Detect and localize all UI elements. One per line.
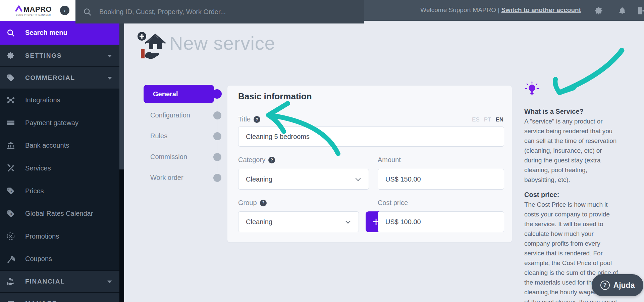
step-configuration[interactable]: Configuration bbox=[150, 111, 207, 119]
title-label: Title ? bbox=[238, 115, 260, 123]
logout-icon bbox=[636, 6, 644, 15]
sidebar-item-label: Integrations bbox=[25, 96, 60, 104]
settings-button[interactable] bbox=[594, 5, 604, 16]
app-root: MAPRO DEMO PROPERTY MANAGER ‹ Welcome Su… bbox=[0, 0, 644, 302]
help-question-icon[interactable]: ? bbox=[254, 116, 260, 123]
step-commission[interactable]: Commission bbox=[150, 153, 207, 161]
sidebar-item-prices[interactable]: $ Prices bbox=[0, 180, 119, 202]
logo-tagline: DEMO PROPERTY MANAGER bbox=[16, 14, 51, 16]
group-label-text: Group bbox=[238, 199, 257, 207]
svg-text:$: $ bbox=[10, 213, 12, 216]
logo-caret-icon bbox=[15, 5, 22, 13]
question-circle-icon: ? bbox=[600, 281, 610, 290]
sidebar-item-label: Promotions bbox=[25, 233, 59, 240]
lang-pt[interactable]: PT bbox=[484, 116, 491, 123]
sidebar-item-label: Search menu bbox=[25, 29, 67, 37]
step-dot[interactable] bbox=[213, 111, 221, 119]
group-value: Cleaning bbox=[246, 218, 272, 226]
sidebar-section-label: SETTINGS bbox=[25, 52, 62, 59]
chevron-left-icon: ‹ bbox=[64, 8, 66, 13]
sidebar-item-search-menu[interactable]: Search menu bbox=[0, 21, 119, 45]
sidebar-collapse-button[interactable]: ‹ bbox=[60, 6, 69, 15]
gear-icon bbox=[595, 6, 603, 15]
amount-input[interactable]: US$ 150.00 bbox=[378, 169, 504, 190]
sidebar-section-label: FINANCIAL bbox=[25, 278, 65, 285]
notifications-button[interactable] bbox=[617, 5, 628, 16]
sidebar-item-services[interactable]: Services bbox=[0, 157, 119, 180]
category-select[interactable]: Cleaning bbox=[238, 169, 369, 190]
manage-icon bbox=[4, 299, 17, 302]
logo: MAPRO DEMO PROPERTY MANAGER bbox=[15, 5, 52, 16]
search-icon bbox=[83, 7, 92, 16]
lang-en[interactable]: EN bbox=[495, 116, 503, 123]
sidebar-item-global-rates-calendar[interactable]: $ Global Rates Calendar bbox=[0, 202, 119, 225]
sidebar-item-payment-gateway[interactable]: Payment gateway bbox=[0, 112, 119, 135]
step-work-order[interactable]: Work order bbox=[150, 174, 207, 182]
network-icon bbox=[4, 96, 17, 105]
global-search-input[interactable] bbox=[92, 0, 364, 23]
step-dot[interactable] bbox=[213, 132, 221, 140]
sidebar-item-integrations[interactable]: Integrations bbox=[0, 89, 119, 112]
title-label-text: Title bbox=[238, 115, 251, 123]
credit-card-icon bbox=[4, 118, 17, 127]
new-service-icon bbox=[137, 32, 169, 63]
sidebar-item-label: Services bbox=[25, 164, 51, 172]
step-rules[interactable]: Rules bbox=[150, 132, 207, 140]
lightbulb-icon bbox=[524, 81, 540, 99]
welcome-label: Welcome Support MAPRO | bbox=[420, 6, 501, 13]
sidebar-item-label: Bank accounts bbox=[25, 142, 69, 149]
cost-price-input[interactable]: US$ 100.00 bbox=[378, 211, 504, 232]
group-label: Group ? bbox=[238, 199, 267, 207]
step-general[interactable]: General bbox=[144, 85, 214, 103]
percent-icon bbox=[4, 232, 17, 241]
help-question-icon[interactable]: ? bbox=[260, 200, 267, 206]
hand-coins-icon bbox=[4, 277, 17, 286]
lang-es[interactable]: ES bbox=[472, 116, 480, 123]
amount-label: Amount bbox=[378, 156, 401, 164]
stepper: General Configuration Rules Commission W… bbox=[144, 85, 227, 192]
svg-text:$: $ bbox=[10, 190, 12, 193]
sidebar-item-coupons[interactable]: Coupons bbox=[0, 248, 119, 270]
cost-price-label-text: Cost price bbox=[378, 199, 408, 207]
scrollbar-thumb[interactable] bbox=[119, 21, 124, 169]
sidebar-section-manage[interactable]: MANAGE bbox=[0, 293, 119, 302]
step-label: General bbox=[153, 90, 178, 98]
sidebar-scrollbar[interactable] bbox=[119, 21, 124, 302]
sidebar-section-label: COMMERCIAL bbox=[25, 74, 75, 82]
sidebar-section-financial[interactable]: FINANCIAL bbox=[0, 270, 119, 293]
step-dot[interactable] bbox=[213, 153, 221, 161]
page-title: New service bbox=[169, 32, 275, 54]
sidebar-item-promotions[interactable]: Promotions bbox=[0, 225, 119, 248]
logo-brand-text: MAPRO bbox=[23, 6, 52, 13]
coupon-icon bbox=[4, 255, 17, 263]
chevron-down-icon bbox=[345, 218, 351, 224]
card-heading: Basic information bbox=[238, 91, 312, 102]
sidebar-item-label: Global Rates Calendar bbox=[25, 210, 93, 217]
price-tag-dollar-icon: $ bbox=[4, 210, 17, 218]
switch-account-link[interactable]: Switch to another account bbox=[501, 6, 581, 13]
step-dot[interactable] bbox=[213, 174, 221, 182]
basic-information-card: Basic information Title ? ES PT EN Clean… bbox=[227, 86, 512, 242]
price-tag-icon bbox=[4, 74, 17, 82]
tools-icon bbox=[4, 164, 17, 173]
chevron-down-icon bbox=[107, 77, 112, 80]
title-input[interactable]: Cleaning 5 bedrooms bbox=[238, 127, 504, 147]
welcome-text: Welcome Support MAPRO | Switch to anothe… bbox=[420, 6, 581, 14]
amount-label-text: Amount bbox=[378, 156, 401, 164]
sidebar-section-settings[interactable]: SETTINGS bbox=[0, 45, 119, 67]
chevron-down-icon bbox=[107, 281, 112, 283]
step-dot-active[interactable] bbox=[212, 89, 222, 99]
sidebar-item-bank-accounts[interactable]: Bank accounts bbox=[0, 134, 119, 157]
category-label: Category ? bbox=[238, 156, 275, 164]
logout-button[interactable] bbox=[636, 5, 644, 16]
sidebar-section-commercial[interactable]: COMMERCIAL bbox=[0, 67, 119, 89]
help-question-icon[interactable]: ? bbox=[268, 157, 275, 163]
group-select[interactable]: Cleaning bbox=[238, 211, 359, 232]
gear-icon bbox=[4, 52, 17, 60]
sidebar-item-label: Prices bbox=[25, 187, 44, 195]
search-icon bbox=[4, 29, 17, 37]
language-toggle: ES PT EN bbox=[472, 116, 503, 123]
global-search-bar[interactable] bbox=[75, 0, 364, 23]
help-floating-button[interactable]: ? Ajuda bbox=[592, 274, 643, 296]
help-section2-title: Cost price: bbox=[524, 190, 619, 200]
